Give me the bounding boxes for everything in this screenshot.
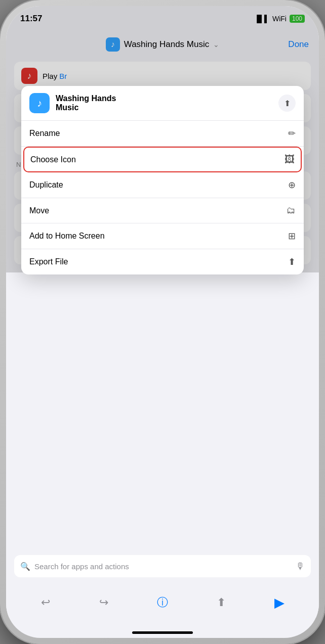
choose-icon-icon: 🖼 [285,154,295,165]
duplicate-label: Duplicate [29,180,63,190]
back-button[interactable]: ↩ [35,592,56,613]
duplicate-item[interactable]: Duplicate ⊕ [21,172,304,198]
move-label: Move [29,206,49,215]
main-content: ♪ Play Br ⏱ Wait 2( ⏭ Play/Pa Next Actio… [6,58,319,272]
add-home-label: Add to Home Screen [29,232,105,241]
play-icon: ▶ [274,595,285,611]
info-icon: ⓘ [157,595,168,610]
dropdown-header: ♪ Washing HandsMusic ⬆ [21,86,304,121]
add-home-icon: ⊞ [288,231,296,242]
search-icon: 🔍 [20,562,30,571]
info-button[interactable]: ⓘ [152,592,173,613]
dropdown-menu: ♪ Washing HandsMusic ⬆ Rename ✏ Choose I… [21,86,304,274]
share-icon: ⬆ [217,596,226,609]
export-label: Export File [29,257,68,266]
rename-icon: ✏ [288,128,296,139]
move-item[interactable]: Move 🗂 [21,198,304,223]
search-placeholder: Search for apps and actions [34,562,292,571]
dropdown-header-title: Washing HandsMusic [56,94,272,112]
choose-icon-item[interactable]: Choose Icon 🖼 [23,147,302,172]
add-home-item[interactable]: Add to Home Screen ⊞ [21,223,304,249]
forward-icon: ↪ [99,596,108,609]
dropdown-header-icon: ♪ [29,93,50,113]
dropdown-share-button[interactable]: ⬆ [278,95,296,112]
bottom-toolbar: ↩ ↪ ⓘ ⬆ ▶ [6,587,319,618]
home-indicator [132,631,193,634]
move-icon: 🗂 [287,205,296,216]
duplicate-icon: ⊕ [288,179,296,191]
phone-screen: 11:57 ▐▌▌ WiFi 100 ♪ Washing Hands Music… [6,6,319,638]
mic-icon[interactable]: 🎙 [296,561,305,572]
share-button[interactable]: ⬆ [211,592,231,613]
rename-item[interactable]: Rename ✏ [21,121,304,147]
back-icon: ↩ [41,596,50,609]
export-item[interactable]: Export File ⬆ [21,249,304,274]
search-bar[interactable]: 🔍 Search for apps and actions 🎙 [14,555,311,577]
rename-label: Rename [29,129,60,138]
play-button[interactable]: ▶ [269,592,290,613]
choose-icon-label: Choose Icon [30,155,76,164]
search-bar-container: 🔍 Search for apps and actions 🎙 [14,555,311,577]
forward-button[interactable]: ↪ [94,592,114,613]
phone-frame: 11:57 ▐▌▌ WiFi 100 ♪ Washing Hands Music… [0,0,325,644]
export-icon: ⬆ [288,256,296,267]
